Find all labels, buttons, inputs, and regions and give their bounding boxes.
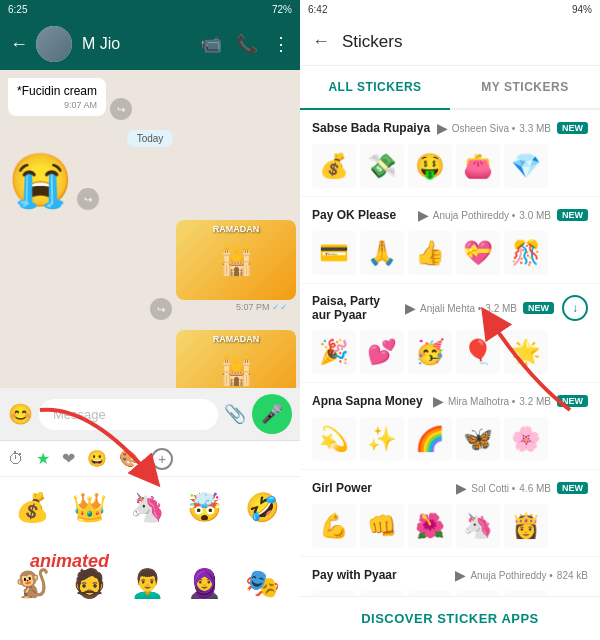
pack-play-icon[interactable]: ▶	[456, 480, 467, 496]
pack-sticker-item[interactable]: 💰	[312, 144, 356, 188]
sticker-pack: Pay OK Please ▶ Anuja Pothireddy • 3.0 M…	[300, 197, 600, 284]
sticker-row-sent2: ↪ RAMADAN 6:19 PM ✓✓	[8, 326, 292, 388]
mic-button[interactable]: 🎤	[252, 394, 292, 434]
left-panel: 6:25 72% ← M Jio 📹 📞 ⋮ *Fucidin cream 9:…	[0, 0, 300, 640]
right-panel: 6:42 94% ← Stickers ALL STICKERS MY STIC…	[300, 0, 600, 640]
sticker-row-received: 😭 ↪	[8, 154, 292, 210]
sticker-item[interactable]: 🧔	[66, 559, 114, 607]
contact-name[interactable]: M Jio	[82, 35, 200, 53]
art-tab[interactable]: 🎨	[119, 449, 139, 468]
attach-button[interactable]: 📎	[224, 403, 246, 425]
pack-sticker-item[interactable]: 🌺	[408, 504, 452, 548]
pack-sticker-item[interactable]: 💪	[312, 504, 356, 548]
more-options-icon[interactable]: ⋮	[272, 33, 290, 55]
ramadan-box: RAMADAN	[176, 220, 296, 300]
sticker-item[interactable]: 🤯	[181, 483, 229, 531]
avatar-image	[36, 26, 72, 62]
favorites-tab[interactable]: ★	[36, 449, 50, 468]
pack-stickers: 🎉 💕 🥳 🎈 🌟	[312, 330, 588, 374]
input-bar: 😊 Message 📎 🎤	[0, 388, 300, 440]
sticker-item[interactable]: 👑	[66, 483, 114, 531]
pack-sticker-item[interactable]: 🌈	[408, 417, 452, 461]
pack-play-icon[interactable]: ▶	[437, 120, 448, 136]
pack-sticker-item[interactable]: 🎈	[456, 330, 500, 374]
sticker-emoji: 😭	[8, 154, 73, 206]
pack-sticker-item[interactable]: 💎	[504, 144, 548, 188]
sticker-list: Sabse Bada Rupaiya ▶ Osheen Siva • 3.3 M…	[300, 110, 600, 596]
stickers-back-arrow[interactable]: ←	[312, 31, 330, 52]
date-label: Today	[127, 130, 174, 147]
pack-sticker-item[interactable]: 🎉	[312, 330, 356, 374]
sticker-tray: ⏱ ★ ❤ 😀 🎨 + 💰 👑 🦄 🤯 🤣 🐒 🧔 👨‍🦱 🧕 🎭	[0, 440, 300, 640]
pack-sticker-item[interactable]: 🤑	[408, 144, 452, 188]
pack-play-icon[interactable]: ▶	[455, 567, 466, 583]
discover-sticker-apps-button[interactable]: DISCOVER STICKER APPS	[300, 596, 600, 640]
forward-sticker-button2[interactable]: ↪	[150, 298, 172, 320]
sticker-item[interactable]: 🐒	[8, 559, 56, 607]
pack-sticker-item[interactable]: 💕	[360, 330, 404, 374]
sticker-box2: RAMADAN	[176, 330, 296, 388]
forward-button[interactable]: ↪	[110, 98, 132, 120]
right-battery: 94%	[572, 4, 592, 15]
pack-play-icon[interactable]: ▶	[418, 207, 429, 223]
pack-new-badge: NEW	[557, 482, 588, 494]
pack-sticker-item[interactable]: 👛	[456, 144, 500, 188]
pack-sticker-item[interactable]: ✨	[360, 417, 404, 461]
pack-name: Girl Power	[312, 481, 452, 495]
pack-sticker-item[interactable]: 💳	[312, 231, 356, 275]
pack-sticker-item[interactable]: 🦄	[456, 504, 500, 548]
sticker-message: 😭	[8, 154, 73, 206]
pack-header: Pay OK Please ▶ Anuja Pothireddy • 3.0 M…	[312, 207, 588, 223]
pack-new-badge: NEW	[557, 395, 588, 407]
pack-header: Girl Power ▶ Sol Cotti • 4.6 MB NEW	[312, 480, 588, 496]
stickers-tabs: ALL STICKERS MY STICKERS	[300, 66, 600, 110]
sticker-item[interactable]: 🦄	[123, 483, 171, 531]
video-call-icon[interactable]: 📹	[200, 33, 222, 55]
heart-tab[interactable]: ❤	[62, 449, 75, 468]
left-header: ← M Jio 📹 📞 ⋮	[0, 18, 300, 70]
pack-name: Paisa, Party aur Pyaar	[312, 294, 401, 322]
pack-stickers: 💪 👊 🌺 🦄 👸	[312, 504, 588, 548]
pack-sticker-item[interactable]: 🙏	[360, 231, 404, 275]
sticker-pack: Pay with Pyaar ▶ Anuja Pothireddy • 824 …	[300, 557, 600, 596]
pack-sticker-item[interactable]: 💸	[360, 144, 404, 188]
pack-size: 4.6 MB	[519, 483, 551, 494]
forward-sticker-button[interactable]: ↪	[77, 188, 99, 210]
pack-play-icon[interactable]: ▶	[433, 393, 444, 409]
pack-sticker-item[interactable]: 👍	[408, 231, 452, 275]
pack-sticker-item[interactable]: 👊	[360, 504, 404, 548]
pack-new-badge: NEW	[557, 122, 588, 134]
message-input[interactable]: Message	[39, 399, 218, 430]
pack-size: 3.0 MB	[519, 210, 551, 221]
pack-sticker-item[interactable]: 🎊	[504, 231, 548, 275]
sticker-item[interactable]: 🧕	[181, 559, 229, 607]
add-sticker-button[interactable]: +	[151, 448, 173, 470]
tab-my-stickers[interactable]: MY STICKERS	[450, 66, 600, 110]
sticker-item[interactable]: 🤣	[238, 483, 286, 531]
pack-name: Sabse Bada Rupaiya	[312, 121, 433, 135]
back-arrow-icon[interactable]: ←	[10, 34, 28, 55]
emoji-tab[interactable]: 😀	[87, 449, 107, 468]
sticker-item[interactable]: 💰	[8, 483, 56, 531]
sticker-item[interactable]: 🎭	[238, 559, 286, 607]
pack-play-icon[interactable]: ▶	[405, 300, 416, 316]
message-row: *Fucidin cream 9:07 AM ↪	[8, 78, 292, 120]
call-icon[interactable]: 📞	[236, 33, 258, 55]
sticker-message2: RAMADAN 6:19 PM ✓✓	[172, 326, 292, 388]
right-header: ← Stickers	[300, 18, 600, 66]
tab-all-stickers[interactable]: ALL STICKERS	[300, 66, 450, 110]
pack-sticker-item[interactable]: 🦋	[456, 417, 500, 461]
pack-header: Apna Sapna Money ▶ Mira Malhotra • 3.2 M…	[312, 393, 588, 409]
download-button[interactable]: ↓	[562, 295, 588, 321]
pack-size: 824 kB	[557, 570, 588, 581]
recent-tab[interactable]: ⏱	[8, 450, 24, 468]
sticker-item[interactable]: 👨‍🦱	[123, 559, 171, 607]
pack-sticker-item[interactable]: 💝	[456, 231, 500, 275]
emoji-button[interactable]: 😊	[8, 402, 33, 426]
pack-sticker-item[interactable]: 🌟	[504, 330, 548, 374]
pack-sticker-item[interactable]: 🌸	[504, 417, 548, 461]
pack-header: Sabse Bada Rupaiya ▶ Osheen Siva • 3.3 M…	[312, 120, 588, 136]
pack-sticker-item[interactable]: 👸	[504, 504, 548, 548]
pack-sticker-item[interactable]: 🥳	[408, 330, 452, 374]
pack-sticker-item[interactable]: 💫	[312, 417, 356, 461]
